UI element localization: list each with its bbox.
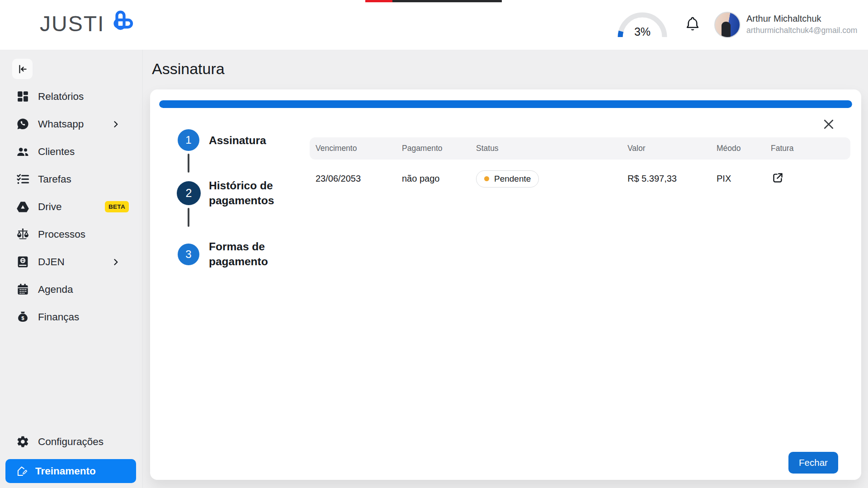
user-email: arthurmichaltchuk4@gmail.com bbox=[746, 26, 857, 35]
step-number: 2 bbox=[186, 187, 192, 200]
sidebar-item-label: Configurações bbox=[38, 436, 104, 448]
cell-fatura bbox=[771, 172, 850, 186]
whatsapp-icon bbox=[16, 117, 29, 131]
sidebar-item-label: Relatórios bbox=[38, 91, 84, 103]
sidebar-menu: Relatórios Whatsapp Cli bbox=[0, 83, 143, 331]
step-3-label: Formas de pagamento bbox=[209, 239, 292, 269]
col-header-metodo: Méodo bbox=[717, 144, 771, 153]
cell-metodo: PIX bbox=[717, 174, 771, 184]
sidebar-item-label: Tarefas bbox=[38, 174, 71, 185]
sidebar-item-relatorios[interactable]: Relatórios bbox=[0, 83, 143, 110]
chevron-right-icon bbox=[111, 258, 120, 267]
beta-badge: BETA bbox=[105, 201, 129, 212]
money-bag-icon: $ bbox=[16, 310, 29, 324]
bell-icon bbox=[684, 16, 701, 33]
payments-table: Vencimento Pagamento Status Valor Méodo … bbox=[310, 137, 850, 198]
sidebar-item-label: DJEN bbox=[38, 256, 65, 268]
fechar-button[interactable]: Fechar bbox=[788, 452, 838, 474]
cell-vencimento: 23/06/2053 bbox=[316, 174, 402, 184]
svg-text:$: $ bbox=[21, 315, 24, 321]
logo-text: JUSTI bbox=[40, 11, 104, 36]
step-1-circle[interactable]: 1 bbox=[178, 129, 199, 151]
col-header-vencimento: Vencimento bbox=[316, 144, 402, 153]
cell-status: Pendente bbox=[476, 170, 627, 188]
sidebar-item-label: Finanças bbox=[38, 311, 79, 323]
sidebar-item-treinamento[interactable]: Treinamento bbox=[5, 459, 136, 483]
sidebar-item-agenda[interactable]: Agenda bbox=[0, 276, 143, 303]
gear-icon bbox=[16, 435, 29, 448]
col-header-fatura: Fatura bbox=[771, 144, 850, 153]
external-link-icon bbox=[772, 172, 784, 184]
step-connector bbox=[188, 208, 189, 227]
checklist-icon bbox=[16, 173, 29, 186]
logo-plus-icon bbox=[107, 10, 134, 37]
sidebar: Relatórios Whatsapp Cli bbox=[0, 50, 143, 488]
modal-progress-bar bbox=[159, 100, 852, 108]
people-icon bbox=[16, 145, 29, 158]
sidebar-item-label: Agenda bbox=[38, 284, 73, 296]
sidebar-item-processos[interactable]: Processos bbox=[0, 221, 143, 248]
step-2-label: Histórico de pagamentos bbox=[209, 178, 292, 208]
drive-icon bbox=[16, 200, 29, 213]
page-title: Assinatura bbox=[152, 60, 225, 78]
sidebar-item-tarefas[interactable]: Tarefas bbox=[0, 165, 143, 193]
status-badge: Pendente bbox=[476, 170, 539, 188]
avatar[interactable] bbox=[714, 12, 741, 38]
col-header-pagamento: Pagamento bbox=[402, 144, 476, 153]
status-dot bbox=[484, 176, 489, 181]
cell-pagamento: não pago bbox=[402, 174, 476, 184]
sidebar-collapse-button[interactable] bbox=[12, 59, 33, 79]
chevron-right-icon bbox=[111, 120, 120, 129]
scales-icon bbox=[16, 228, 29, 241]
sidebar-item-label: Treinamento bbox=[35, 465, 96, 477]
calendar-icon bbox=[16, 283, 29, 296]
notifications-button[interactable] bbox=[683, 14, 703, 34]
school-icon bbox=[16, 465, 28, 477]
strip-dark-segment bbox=[392, 0, 502, 2]
step-number: 3 bbox=[185, 248, 191, 261]
close-icon bbox=[822, 117, 835, 131]
step-number: 1 bbox=[185, 134, 191, 146]
status-badge-label: Pendente bbox=[494, 174, 531, 184]
sidebar-item-label: Whatsapp bbox=[38, 118, 84, 130]
collapse-left-icon bbox=[17, 63, 28, 75]
step-2-circle[interactable]: 2 bbox=[177, 181, 201, 205]
user-name: Arthur Michaltchuk bbox=[746, 14, 821, 24]
col-header-valor: Valor bbox=[627, 144, 717, 153]
close-modal-button[interactable] bbox=[820, 116, 837, 133]
dashboard-icon bbox=[16, 90, 29, 103]
step-connector bbox=[188, 154, 189, 173]
modal-progress-fill bbox=[159, 100, 852, 108]
sidebar-item-whatsapp[interactable]: Whatsapp bbox=[0, 110, 143, 138]
sidebar-item-financas[interactable]: $ Finanças bbox=[0, 303, 143, 331]
sidebar-item-label: Clientes bbox=[38, 146, 75, 158]
strip-red-segment bbox=[365, 0, 392, 2]
logo: JUSTI bbox=[40, 10, 134, 37]
sidebar-item-label: Processos bbox=[38, 229, 85, 240]
cell-valor: R$ 5.397,33 bbox=[627, 174, 717, 184]
sidebar-item-drive[interactable]: Drive BETA bbox=[0, 193, 143, 221]
gauge-percent-label: 3% bbox=[616, 25, 669, 38]
sidebar-item-djen[interactable]: DJEN bbox=[0, 248, 143, 276]
sidebar-item-clientes[interactable]: Clientes bbox=[0, 138, 143, 165]
subscription-modal: 1 Assinatura 2 Histórico de pagamentos 3… bbox=[150, 89, 861, 480]
book-globe-icon bbox=[16, 255, 29, 268]
table-row: 23/06/2053 não pago Pendente R$ 5.397,33… bbox=[310, 160, 850, 198]
table-header-row: Vencimento Pagamento Status Valor Méodo … bbox=[310, 137, 850, 160]
header: JUSTI 3% Arthur Michaltchuk arthurmichal… bbox=[0, 0, 868, 50]
sidebar-item-label: Drive bbox=[38, 201, 62, 213]
open-invoice-button[interactable] bbox=[771, 172, 784, 185]
top-loading-strip bbox=[365, 0, 502, 2]
col-header-status: Status bbox=[476, 144, 627, 153]
sidebar-item-configuracoes[interactable]: Configurações bbox=[0, 428, 143, 455]
step-1-label: Assinatura bbox=[209, 133, 292, 148]
app-root: JUSTI 3% Arthur Michaltchuk arthurmichal… bbox=[0, 0, 868, 488]
step-3-circle[interactable]: 3 bbox=[178, 244, 199, 265]
